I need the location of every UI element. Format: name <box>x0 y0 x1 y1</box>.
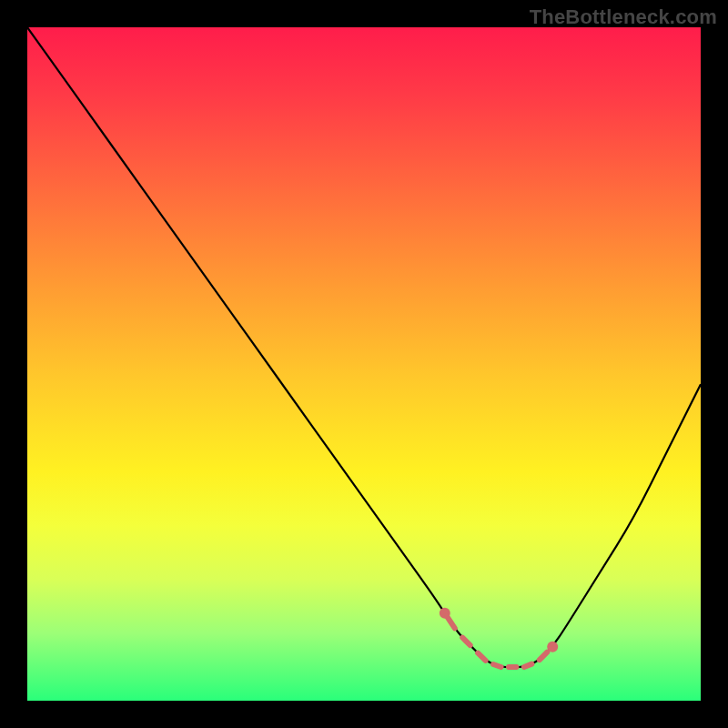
highlight-dash <box>493 664 500 667</box>
highlight-dash <box>524 664 531 667</box>
curve-svg <box>27 27 701 701</box>
highlight-dash <box>540 652 547 660</box>
highlight-dash <box>447 617 454 629</box>
highlight-dashes <box>447 617 547 667</box>
watermark-text: TheBottleneck.com <box>530 5 717 29</box>
chart-frame: TheBottleneck.com <box>0 0 728 728</box>
highlight-dash <box>478 653 485 661</box>
highlight-group <box>440 608 558 667</box>
highlight-dash <box>462 638 470 645</box>
bottleneck-curve <box>27 27 701 667</box>
plot-area <box>27 27 701 701</box>
